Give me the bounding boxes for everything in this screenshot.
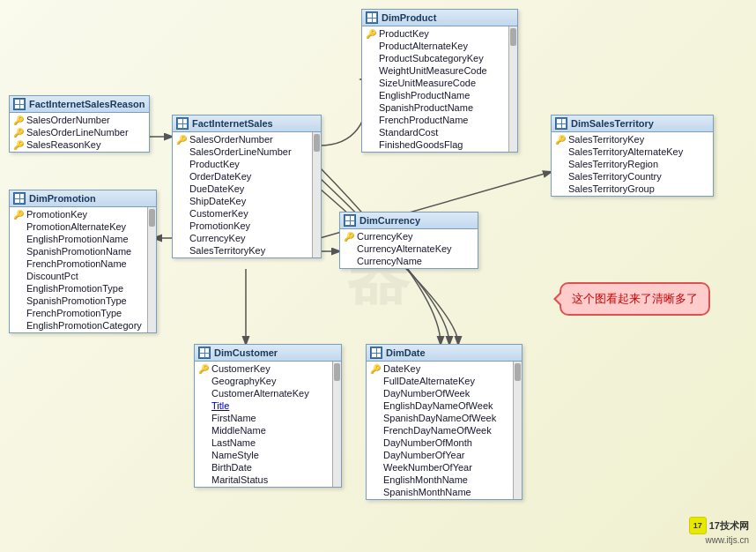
table-row: SpanishPromotionName <box>10 245 145 257</box>
table-DimDate: DimDate 🔑 DateKey FullDateAlternateKey D… <box>366 344 523 500</box>
logo-text: 17技术网 <box>709 519 749 533</box>
key-icon: 🔑 <box>13 127 24 138</box>
table-row: SpanishProductName <box>362 101 507 114</box>
table-header-DimPromotion: DimPromotion <box>10 190 156 207</box>
table-row: LastName <box>195 436 330 449</box>
table-row: EnglishDayNameOfWeek <box>367 399 511 412</box>
table-FactInternetSales: FactInternetSales 🔑 SalesOrderNumber Sal… <box>172 115 322 258</box>
table-row: 🔑 CurrencyKey <box>340 230 478 242</box>
table-row: PromotionKey <box>173 220 310 232</box>
table-header-FactInternetSales: FactInternetSales <box>173 116 321 132</box>
table-icon <box>176 117 189 130</box>
table-row: CurrencyAlternateKey <box>340 242 478 255</box>
key-icon: 🔑 <box>555 134 566 145</box>
table-header-DimProduct: DimProduct <box>362 10 517 26</box>
table-body: 🔑 DateKey FullDateAlternateKey DayNumber… <box>367 362 522 499</box>
table-row: 🔑 SalesReasonKey <box>10 138 149 151</box>
table-row: GeographyKey <box>195 375 330 387</box>
table-row: EnglishPromotionType <box>10 282 145 295</box>
table-body: 🔑 CustomerKey GeographyKey CustomerAlter… <box>195 362 341 487</box>
table-row: MaritalStatus <box>195 474 330 486</box>
table-icon <box>366 11 378 24</box>
table-row: 🔑 DateKey <box>367 362 511 375</box>
table-row: 🔑 CustomerKey <box>195 362 330 375</box>
table-row: DayNumberOfYear <box>367 449 511 461</box>
table-row: SpanishMonthName <box>367 486 511 498</box>
table-row: CustomerKey <box>173 207 310 220</box>
table-row: CurrencyKey <box>173 232 310 244</box>
table-row: SalesTerritoryRegion <box>552 158 713 170</box>
key-icon: 🔑 <box>13 209 24 220</box>
table-row: SpanishDayNameOfWeek <box>367 412 511 424</box>
key-icon: 🔑 <box>13 115 24 125</box>
table-row: BirthDate <box>195 461 330 474</box>
table-DimCustomer: DimCustomer 🔑 CustomerKey GeographyKey C… <box>194 344 342 488</box>
table-row: 🔑 SalesOrderNumber <box>10 114 149 126</box>
key-icon: 🔑 <box>366 28 376 39</box>
table-row: OrderDateKey <box>173 170 310 183</box>
table-row: EnglishPromotionCategory <box>10 319 145 332</box>
logo-area: 17 17技术网 www.itjs.cn <box>689 517 749 545</box>
table-icon <box>344 214 356 227</box>
table-row: StandardCost <box>362 126 507 138</box>
table-header-DimCurrency: DimCurrency <box>340 213 478 229</box>
table-row: FullDateAlternateKey <box>367 375 511 387</box>
table-row: ProductAlternateKey <box>362 40 507 52</box>
table-row: 🔑 SalesOrderNumber <box>173 133 310 145</box>
table-body: 🔑 SalesTerritoryKey SalesTerritoryAltern… <box>552 132 713 196</box>
table-row: FinishedGoodsFlag <box>362 138 507 151</box>
table-DimSalesTerritory: DimSalesTerritory 🔑 SalesTerritoryKey Sa… <box>551 115 714 197</box>
table-row: WeekNumberOfYear <box>367 461 511 474</box>
table-header-FactInternetSalesReason: FactInternetSalesReason <box>10 96 149 113</box>
table-row: Title <box>195 399 330 412</box>
table-row: FrenchPromotionType <box>10 307 145 319</box>
table-row: SalesTerritoryAlternateKey <box>552 145 713 158</box>
table-row: DiscountPct <box>10 270 145 282</box>
table-row: FirstName <box>195 412 330 424</box>
table-row: DayNumberOfMonth <box>367 436 511 449</box>
table-row: FrenchPromotionName <box>10 257 145 270</box>
table-icon <box>370 347 382 359</box>
table-row: EnglishPromotionName <box>10 233 145 245</box>
table-FactInternetSalesReason: FactInternetSalesReason 🔑 SalesOrderNumb… <box>9 95 150 153</box>
table-row: FrenchProductName <box>362 114 507 126</box>
logo-badge: 17 <box>689 517 707 534</box>
table-row: MiddleName <box>195 424 330 436</box>
table-row: 🔑 SalesOrderLineNumber <box>10 126 149 138</box>
key-icon: 🔑 <box>370 363 381 374</box>
table-row: 🔑 ProductKey <box>362 27 507 40</box>
table-DimPromotion: DimPromotion 🔑 PromotionKey PromotionAlt… <box>9 190 157 333</box>
table-row: SalesOrderLineNumber <box>173 145 310 158</box>
table-row: CustomerAlternateKey <box>195 387 330 399</box>
table-row: DueDateKey <box>173 183 310 195</box>
table-icon <box>13 192 26 205</box>
table-header-DimCustomer: DimCustomer <box>195 345 341 362</box>
logo-url: www.itjs.cn <box>706 535 749 545</box>
table-row: ProductKey <box>173 158 310 170</box>
table-row: NameStyle <box>195 449 330 461</box>
table-body: 🔑 ProductKey ProductAlternateKey Product… <box>362 26 517 152</box>
table-row: FrenchDayNameOfWeek <box>367 424 511 436</box>
table-row: WeightUnitMeasureCode <box>362 64 507 77</box>
table-row: SpanishPromotionType <box>10 295 145 307</box>
table-icon <box>13 98 26 110</box>
table-row: SizeUnitMeasureCode <box>362 77 507 89</box>
table-row: PromotionAlternateKey <box>10 220 145 233</box>
table-body: 🔑 PromotionKey PromotionAlternateKey Eng… <box>10 207 156 332</box>
table-row: SalesTerritoryGroup <box>552 183 713 195</box>
table-DimCurrency: DimCurrency 🔑 CurrencyKey CurrencyAltern… <box>339 212 478 269</box>
key-icon: 🔑 <box>176 134 187 145</box>
table-row: SalesTerritoryCountry <box>552 170 713 183</box>
table-row: DayNumberOfWeek <box>367 387 511 399</box>
table-row: 🔑 PromotionKey <box>10 208 145 220</box>
table-icon <box>198 347 211 359</box>
table-row: ProductSubcategoryKey <box>362 52 507 64</box>
canvas: 器 <box>0 0 756 552</box>
table-row: 🔑 SalesTerritoryKey <box>552 133 713 145</box>
table-row: ShipDateKey <box>173 195 310 207</box>
key-icon: 🔑 <box>344 231 354 242</box>
key-icon: 🔑 <box>198 363 209 374</box>
table-DimProduct: DimProduct 🔑 ProductKey ProductAlternate… <box>361 9 518 153</box>
key-icon: 🔑 <box>13 139 24 150</box>
table-row: EnglishProductName <box>362 89 507 101</box>
